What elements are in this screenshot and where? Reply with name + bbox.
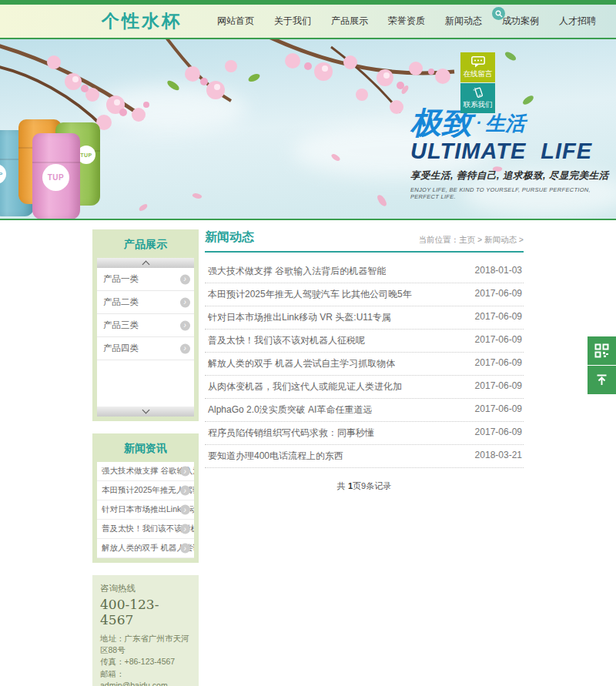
news-date: 2017-06-09 <box>475 334 522 347</box>
product-box-title: 产品展示 <box>97 234 194 258</box>
cup-brand-label: TUP <box>0 164 6 184</box>
nav-item[interactable]: 新闻动态 <box>445 15 482 28</box>
hotline-label: 咨询热线 <box>100 583 191 594</box>
hero-banner: TUP TUP TUP 极致·生活 ULTIMATE LIFE 享受生活, 善待… <box>0 39 616 220</box>
breadcrumb-separator: > <box>517 235 524 244</box>
news-row[interactable]: 要知道办理400电话流程上的东西 2018-03-21 <box>205 445 524 468</box>
slogan-chinese: 极致·生活 <box>410 107 616 138</box>
chevron-right-circle-icon <box>180 505 190 515</box>
qr-code-button[interactable] <box>588 336 616 365</box>
petal-decoration <box>138 203 149 212</box>
news-title: AlphaGo 2.0没实质突破 AI革命任重道远 <box>208 403 372 417</box>
news-date: 2018-01-03 <box>475 265 522 278</box>
online-message-button[interactable]: 在线留言 <box>460 52 495 82</box>
news-row[interactable]: 普及太快！我们该不该对机器人征税呢 2017-06-09 <box>205 330 524 353</box>
sidebar-news-list: 强大技术做支撑 谷歌输入法... 本田预计2025年推无人驾驶... 针对日本市… <box>97 462 194 558</box>
news-row[interactable]: 程序员陷传销组织写代码求救：同事秒懂 2017-06-09 <box>205 422 524 445</box>
news-title: 从肉体变机器，我们这代人或能见证人类进化加 <box>208 380 402 393</box>
news-list: 强大技术做支撑 谷歌输入法背后的机器智能 2018-01-03 本田预计2025… <box>205 260 524 468</box>
news-date: 2018-03-21 <box>475 450 522 463</box>
water-cup-pink: TUP <box>32 133 80 219</box>
breadcrumb-current-link[interactable]: 新闻动态 <box>484 235 517 244</box>
nav-item[interactable]: 人才招聘 <box>559 15 596 28</box>
main-nav: 网站首页关于我们产品展示荣誉资质新闻动态成功案例人才招聘 <box>217 15 596 28</box>
product-category-item[interactable]: 产品一类 <box>97 268 194 291</box>
back-to-top-icon <box>595 373 608 387</box>
scroll-up-button[interactable] <box>97 258 194 268</box>
news-row[interactable]: AlphaGo 2.0没实质突破 AI革命任重道远 2017-06-09 <box>205 399 524 422</box>
cup-brand-label: TUP <box>42 164 69 191</box>
chat-bubble-icon <box>471 56 485 68</box>
chevron-right-circle-icon <box>180 320 190 330</box>
pagination-prefix: 共 <box>337 481 348 490</box>
product-category-label: 产品四类 <box>103 343 139 353</box>
sidebar-news-item[interactable]: 针对日本市场推出Link移动 ... <box>97 500 194 520</box>
news-title: 解放人类的双手 机器人尝试自主学习抓取物体 <box>208 357 395 370</box>
nav-item[interactable]: 产品展示 <box>331 15 368 28</box>
news-row[interactable]: 强大技术做支撑 谷歌输入法背后的机器智能 2018-01-03 <box>205 260 524 283</box>
sidebar-news-item[interactable]: 强大技术做支撑 谷歌输入法... <box>97 462 194 481</box>
chevron-right-circle-icon <box>180 486 190 496</box>
nav-item[interactable]: 荣誉资质 <box>388 15 425 28</box>
chevron-right-circle-icon <box>180 297 190 307</box>
news-title: 程序员陷传销组织写代码求救：同事秒懂 <box>208 427 374 440</box>
pagination: 共 1页9条记录 <box>205 480 524 492</box>
product-category-item[interactable]: 产品四类 <box>97 337 194 360</box>
scroll-down-button[interactable] <box>97 407 194 417</box>
product-category-item[interactable]: 产品二类 <box>97 291 194 314</box>
site-logo[interactable]: 个性水杯 <box>102 9 182 33</box>
hotline-number: 400-123-4567 <box>100 597 191 627</box>
qr-code-icon <box>594 343 609 358</box>
news-row[interactable]: 针对日本市场推出Link移动 VR 头盔:U11专属 2017-06-09 <box>205 306 524 330</box>
news-row[interactable]: 解放人类的双手 机器人尝试自主学习抓取物体 2017-06-09 <box>205 353 524 376</box>
back-to-top-button[interactable] <box>588 366 616 394</box>
product-category-item[interactable]: 产品三类 <box>97 314 194 337</box>
sidebar-news-title: 新闻资讯 <box>97 438 194 462</box>
slogan-sub: 生活 <box>485 112 525 135</box>
phone-icon <box>472 87 484 99</box>
search-button[interactable] <box>492 7 505 20</box>
product-category-label: 产品一类 <box>103 274 139 283</box>
main-content: 产品展示 产品一类 产品二类 <box>0 220 616 686</box>
petal-decoration <box>377 193 387 207</box>
banner-slogan: 极致·生活 ULTIMATE LIFE 享受生活, 善待自己, 追求极致, 尽显… <box>410 107 616 200</box>
slogan-english: ULTIMATE LIFE <box>410 139 616 162</box>
sidebar-news-item[interactable]: 普及太快！我们该不该对机... <box>97 520 194 539</box>
news-title: 本田预计2025年推无人驾驶汽车 比其他公司晚5年 <box>208 288 412 301</box>
floating-side-widget <box>588 336 616 395</box>
news-date: 2017-06-09 <box>475 403 522 417</box>
petal-decoration <box>192 191 203 200</box>
chevron-up-icon <box>142 261 149 269</box>
nav-item[interactable]: 网站首页 <box>217 15 254 28</box>
nav-item[interactable]: 关于我们 <box>274 15 311 28</box>
news-row[interactable]: 本田预计2025年推无人驾驶汽车 比其他公司晚5年 2017-06-09 <box>205 283 524 306</box>
product-category-label: 产品三类 <box>103 320 139 330</box>
news-row[interactable]: 从肉体变机器，我们这代人或能见证人类进化加 2017-06-09 <box>205 376 524 399</box>
contact-info-box: 咨询热线 400-123-4567 地址：广东省广州市天河区88号 传真：+86… <box>92 575 199 686</box>
contact-fax: 传真：+86-123-4567 <box>100 656 191 668</box>
news-title: 针对日本市场推出Link移动 VR 头盔:U11专属 <box>208 311 391 324</box>
sidebar-news-item[interactable]: 解放人类的双手 机器人尝试... <box>97 539 194 558</box>
breadcrumb: 当前位置：主页 > 新闻动态 > <box>418 235 524 246</box>
slogan-dot: · <box>476 113 481 132</box>
sidebar-news-item[interactable]: 本田预计2025年推无人驾驶... <box>97 481 194 500</box>
news-date: 2017-06-09 <box>475 357 522 370</box>
breadcrumb-separator: > <box>475 235 484 244</box>
news-date: 2017-06-09 <box>475 288 522 301</box>
search-icon <box>495 10 503 18</box>
news-date: 2017-06-09 <box>475 427 522 440</box>
breadcrumb-home-link[interactable]: 主页 <box>459 235 475 244</box>
news-date: 2017-06-09 <box>475 380 522 393</box>
chevron-right-circle-icon <box>180 524 190 534</box>
contact-us-button[interactable]: 联系我们 <box>460 83 495 113</box>
chevron-right-circle-icon <box>180 544 190 554</box>
product-category-list: 产品一类 产品二类 产品三类 <box>97 268 194 360</box>
online-message-label: 在线留言 <box>464 69 493 79</box>
chevron-right-circle-icon <box>180 467 190 477</box>
contact-address: 地址：广东省广州市天河区88号 <box>100 633 191 656</box>
nav-item[interactable]: 成功案例 <box>502 15 539 28</box>
product-list-empty-area <box>97 360 194 407</box>
quick-contact-buttons: 在线留言 联系我们 <box>460 52 495 113</box>
site-header: 个性水杯 网站首页关于我们产品展示荣誉资质新闻动态成功案例人才招聘 <box>0 5 616 39</box>
chevron-right-circle-icon <box>180 274 190 284</box>
